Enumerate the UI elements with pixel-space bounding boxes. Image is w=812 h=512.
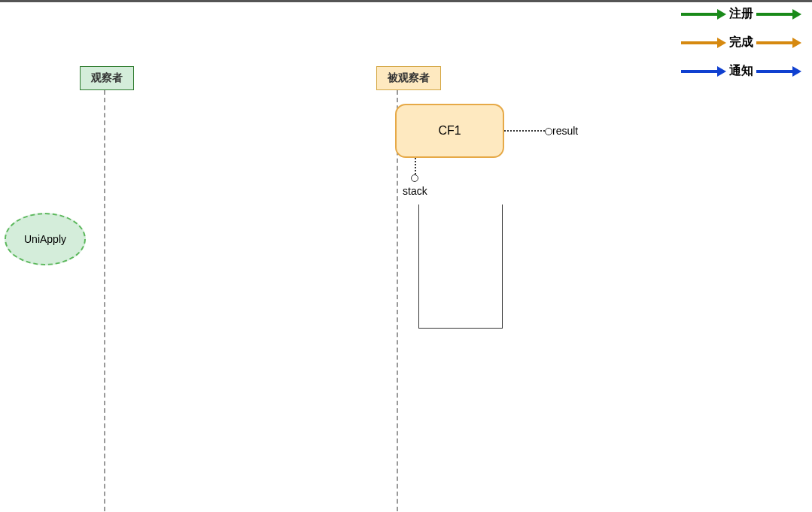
- observed-label: 被观察者: [376, 66, 441, 90]
- arrow-icon: [681, 8, 726, 21]
- svg-marker-5: [717, 38, 726, 48]
- arrow-icon: [756, 8, 801, 21]
- legend-register: 注册: [681, 6, 801, 22]
- arrow-icon: [756, 65, 801, 78]
- uniapply-label: UniApply: [24, 233, 66, 245]
- uniapply-node: UniApply: [5, 213, 86, 265]
- legend-complete: 完成: [681, 35, 801, 50]
- svg-marker-11: [792, 66, 801, 77]
- result-connector: [504, 130, 545, 132]
- cf1-label: CF1: [438, 124, 461, 138]
- svg-marker-3: [792, 9, 801, 20]
- legend-complete-text: 完成: [729, 35, 753, 50]
- arrow-icon: [681, 36, 726, 50]
- legend-register-text: 注册: [729, 6, 753, 22]
- stack-label: stack: [403, 185, 427, 197]
- stack-connector: [415, 158, 416, 174]
- legend-notify: 通知: [681, 63, 801, 79]
- svg-marker-1: [717, 9, 726, 20]
- observer-label: 观察者: [80, 66, 134, 90]
- result-circle-icon: [545, 128, 552, 135]
- cf1-node: CF1: [395, 104, 504, 158]
- result-label: result: [552, 125, 578, 137]
- stack-circle-icon: [411, 174, 418, 182]
- arrow-icon: [756, 36, 801, 50]
- svg-marker-9: [717, 66, 726, 77]
- stack-box: [418, 204, 503, 329]
- legend-notify-text: 通知: [729, 63, 753, 79]
- observer-lifeline: [104, 90, 105, 512]
- arrow-icon: [681, 65, 726, 78]
- svg-marker-7: [792, 38, 801, 48]
